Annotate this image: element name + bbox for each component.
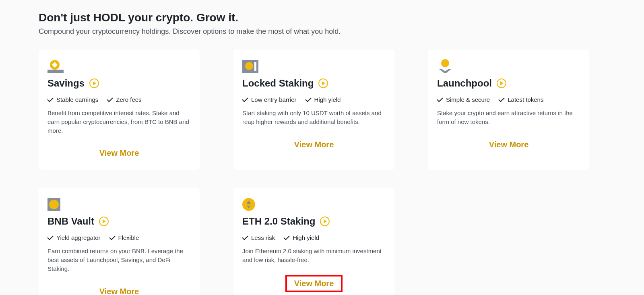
play-icon[interactable] [318,78,328,88]
launchpool-icon [437,60,580,73]
page-title: Don't just HODL your crypto. Grow it. [39,11,605,24]
view-more-link[interactable]: View More [242,137,386,153]
eth-staking-icon [242,198,386,211]
check-icon [498,96,505,102]
check-icon [283,234,290,240]
card-title: Locked Staking [242,78,314,89]
bnb-vault-icon [47,198,191,211]
feature: Simple & secure [437,96,490,103]
card-title: Savings [47,78,85,89]
play-icon[interactable] [89,78,99,88]
feature: Less risk [242,234,275,241]
check-icon [242,234,248,240]
feature: Flexible [109,234,139,241]
page-subheading: Compound your cryptocurrency holdings. D… [39,27,605,36]
play-icon[interactable] [497,78,506,88]
check-icon [305,96,312,102]
check-icon [437,96,443,102]
card-description: Stake your crypto and earn attractive re… [437,109,580,126]
view-more-link[interactable]: View More [47,145,191,161]
card-savings: Savings Stable earnings Zero fees Benefi… [39,50,200,170]
card-description: Benefit from competitive interest rates.… [47,109,191,135]
card-description: Start staking with only 10 USDT worth of… [242,109,386,126]
card-launchpool: Launchpool Simple & secure Latest tokens… [428,50,589,170]
view-more-link[interactable]: View More [47,284,191,295]
card-eth-staking: ETH 2.0 Staking Less risk High yield Joi… [233,188,394,295]
feature: Latest tokens [499,96,543,103]
savings-icon [47,60,191,73]
check-icon [109,234,116,240]
feature: High yield [305,96,341,103]
highlight-annotation: View More [285,275,343,292]
check-icon [242,96,248,102]
card-description: Earn combined returns on your BNB. Lever… [47,247,191,273]
check-icon [107,96,113,102]
product-grid: Savings Stable earnings Zero fees Benefi… [39,50,605,295]
card-bnb-vault: BNB Vault Yield aggregator Flexible Earn… [39,188,200,295]
card-locked-staking: Locked Staking Low entry barrier High yi… [233,50,394,170]
card-description: Join Ethereum 2.0 staking with minimum i… [242,247,386,264]
play-icon[interactable] [99,217,109,226]
view-more-link[interactable]: View More [294,279,334,288]
check-icon [47,234,54,240]
feature: Low entry barrier [242,96,297,103]
play-icon[interactable] [320,217,330,226]
view-more-link[interactable]: View More [437,137,580,153]
feature: High yield [284,234,319,241]
feature: Zero fees [107,96,141,103]
card-title: ETH 2.0 Staking [242,216,315,227]
check-icon [47,96,54,102]
feature: Stable earnings [47,96,98,103]
card-title: BNB Vault [47,216,94,227]
feature: Yield aggregator [47,234,101,241]
card-title: Launchpool [437,78,492,89]
locked-staking-icon [242,60,386,73]
